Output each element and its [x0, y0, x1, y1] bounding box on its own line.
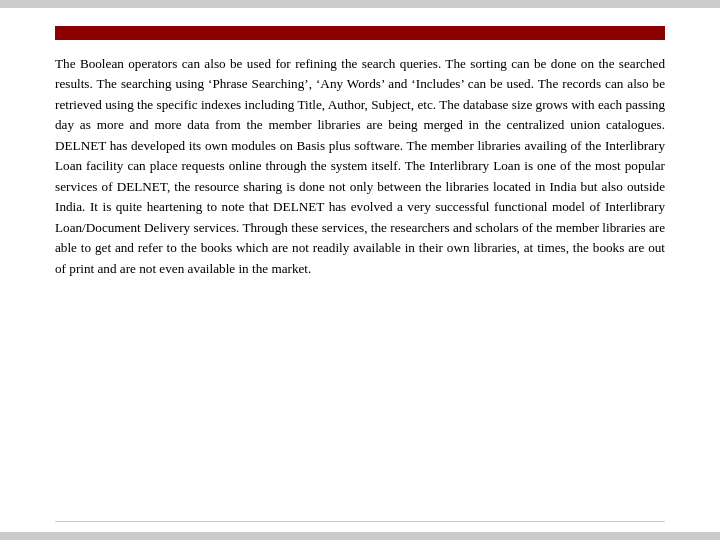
slide: The Boolean operators can also be used f…: [0, 0, 720, 540]
accent-bar: [55, 26, 665, 40]
top-bar: [0, 0, 720, 8]
body-text: The Boolean operators can also be used f…: [55, 54, 665, 279]
bottom-bar: [0, 532, 720, 540]
content-area: The Boolean operators can also be used f…: [55, 54, 665, 511]
bottom-line: [55, 521, 665, 523]
